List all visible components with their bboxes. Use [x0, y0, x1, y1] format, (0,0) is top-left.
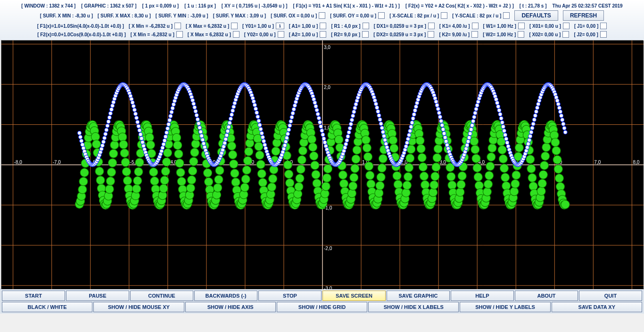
x-scale: [ X-SCALE : 82 px / u ] — [389, 13, 439, 18]
start-button[interactable]: START — [2, 291, 65, 301]
f2-j-check[interactable] — [600, 31, 607, 38]
plot-canvas[interactable] — [1, 40, 643, 289]
f2-a: [ A2= 1,00 u ] — [289, 32, 318, 37]
f2-param-row: [ F2(x)=0.0+1.0Cos(9.0(x-0.0)-1.0t +0.0)… — [0, 30, 644, 39]
y-scale: [ Y-SCALE : 82 px / u ] — [452, 13, 501, 18]
f1-x0-check[interactable] — [563, 23, 570, 29]
f1-param-row: [ F1(x)=1.0+1.0Sin(4.0(x-0.0)-1.0t +0.0)… — [0, 22, 644, 30]
info-row-2: [ SURF. X MIN : -8,30 u ] [ SURF. X MAX … — [0, 9, 644, 22]
f2-formula: [ F2(x) = Y02 + A2 Cos( K2( x - X02 ) - … — [405, 3, 514, 8]
show-hide-x-labels-button[interactable]: SHOW / HIDE X LABELS — [368, 302, 459, 312]
f1-j-check[interactable] — [600, 23, 607, 29]
f1-k: [ K1= 4,00 /u ] — [439, 24, 470, 29]
y-scale-check[interactable] — [503, 12, 510, 19]
f1-k-check[interactable] — [472, 23, 479, 29]
f1-dx: [ DX1= 0,0259 u = 3 px ] — [374, 24, 426, 29]
stop-button[interactable]: STOP — [258, 291, 322, 301]
quit-button[interactable]: QUIT — [579, 291, 642, 301]
graphic-size: [ GRAPHIC : 1362 x 507 ] — [81, 3, 136, 8]
show-hide-grid-button[interactable]: SHOW / HIDE GRID — [277, 302, 367, 312]
f1-r: [ R1 : 4,0 px ] — [331, 24, 360, 29]
show-hide-mouse-xy-button[interactable]: SHOW / HIDE MOUSE XY — [93, 302, 184, 312]
black-white-button[interactable]: BLACK / WHITE — [2, 302, 92, 312]
f1-w: [ W1= 1,00 Hz ] — [483, 24, 516, 29]
f2-a-check[interactable] — [320, 31, 326, 38]
save-graphic-button[interactable]: SAVE GRAPHIC — [387, 291, 450, 301]
parameter-panel: [ WINDOW : 1382 x 744 ] [ GRAPHIC : 1362… — [0, 0, 644, 40]
f2-y0: [ Y02= 0,00 u ] — [244, 32, 276, 37]
surf-xmax: [ SURF. X MAX : 8,30 u ] — [98, 13, 151, 18]
surf-ox-check[interactable] — [319, 12, 325, 19]
surf-ymin: [ SURF. Y MIN : -3,09 u ] — [156, 13, 208, 18]
f2-dx-check[interactable] — [428, 31, 434, 38]
f2-xmin-check[interactable] — [176, 31, 183, 38]
f2-r-check[interactable] — [362, 31, 369, 38]
f2-x0: [ X02= 0,00 u ] — [529, 32, 561, 37]
surf-ymax: [ SURF. Y MAX : 3,09 u ] — [213, 13, 266, 18]
f2-x0-check[interactable] — [562, 31, 569, 38]
save-data-xy-button[interactable]: SAVE DATA XY — [552, 302, 642, 312]
f1-y0-input[interactable]: 1 — [276, 23, 284, 29]
f1-xmax-check[interactable] — [231, 23, 238, 29]
px-per-u: [ 1 px = 0,009 u ] — [142, 3, 179, 8]
f1-xmin-check[interactable] — [174, 23, 181, 29]
f2-r: [ R2= 9,0 px ] — [331, 32, 360, 37]
f2-w: [ W2= 1,00 Hz ] — [483, 32, 516, 37]
button-row-1: STARTPAUSECONTINUEBACKWARDS (-)STOPSAVE … — [1, 290, 643, 301]
f2-expr: [ F2(x)=0.0+1.0Cos(9.0(x-0.0)-1.0t +0.0)… — [37, 32, 126, 37]
f1-x0: [ X01= 0,00 u ] — [529, 24, 561, 29]
f1-r-check[interactable] — [363, 23, 369, 29]
refresh-button[interactable]: REFRESH — [563, 10, 604, 21]
f2-dx: [ DX2= 0,0259 u = 3 px ] — [373, 32, 426, 37]
time: [ t : 21,78 s ] — [520, 3, 547, 8]
f1-dx-check[interactable] — [428, 23, 435, 29]
window-size: [ WINDOW : 1382 x 744 ] — [21, 3, 75, 8]
u-per-px: [ 1 u : 116 px ] — [184, 3, 216, 8]
cursor-xy: [ XY = ( 0,7195 u | -3,0549 u ) ] — [222, 3, 288, 8]
show-hide-axis-button[interactable]: SHOW / HIDE AXIS — [185, 302, 276, 312]
show-hide-y-labels-button[interactable]: SHOW / HIDE Y LABELS — [460, 302, 550, 312]
f1-w-check[interactable] — [518, 23, 525, 29]
f1-expr: [ F1(x)=1.0+1.0Sin(4.0(x-0.0)-1.0t +0.0)… — [37, 24, 124, 29]
f2-xmax: [ X Max = 6,2832 u ] — [188, 32, 231, 37]
backwards--button[interactable]: BACKWARDS (-) — [194, 291, 257, 301]
f2-j: [ J2= 0,00 ] — [574, 32, 598, 37]
f1-xmin: [ X Min = -6,2832 u ] — [129, 24, 173, 29]
date: Thu Apr 25 02:32:57 CEST 2019 — [553, 3, 623, 8]
f1-formula: [ F1(x) = Y01 + A1 Sin( K1( x - X01 ) - … — [293, 3, 399, 8]
f1-y0: [ Y01= 1,00 u ] — [242, 24, 274, 29]
f2-k: [ K2= 9,00 /u ] — [439, 32, 470, 37]
defaults-button[interactable]: DEFAULTS — [514, 10, 558, 21]
x-scale-check[interactable] — [441, 12, 447, 19]
surf-oy-check[interactable] — [378, 12, 385, 19]
continue-button[interactable]: CONTINUE — [130, 291, 193, 301]
save-screen-button[interactable]: SAVE SCREEN — [322, 291, 386, 301]
f1-j: [ J1= 0,00 ] — [574, 24, 598, 29]
f2-xmin: [ X Min = -6,2832 u ] — [131, 32, 174, 37]
surf-xmin: [ SURF. X MIN : -8,30 u ] — [40, 13, 93, 18]
button-panel: STARTPAUSECONTINUEBACKWARDS (-)STOPSAVE … — [0, 289, 644, 314]
f2-w-check[interactable] — [518, 31, 524, 38]
about-button[interactable]: ABOUT — [515, 291, 578, 301]
f1-a-check[interactable] — [320, 23, 326, 29]
f2-xmax-check[interactable] — [233, 31, 239, 38]
surf-ox: [ SURF. OX = 0,00 u ] — [271, 13, 317, 18]
f1-a: [ A1= 1,00 u ] — [289, 24, 318, 29]
pause-button[interactable]: PAUSE — [66, 291, 129, 301]
info-row-1: [ WINDOW : 1382 x 744 ] [ GRAPHIC : 1362… — [0, 2, 644, 9]
f2-y0-check[interactable] — [278, 31, 284, 38]
f2-k-check[interactable] — [471, 31, 478, 38]
surf-oy: [ SURF. OY = 0,00 u ] — [330, 13, 376, 18]
f1-xmax: [ X Max = 6,2832 u ] — [186, 24, 229, 29]
help-button[interactable]: HELP — [451, 291, 514, 301]
button-row-2: BLACK / WHITESHOW / HIDE MOUSE XYSHOW / … — [1, 301, 643, 313]
